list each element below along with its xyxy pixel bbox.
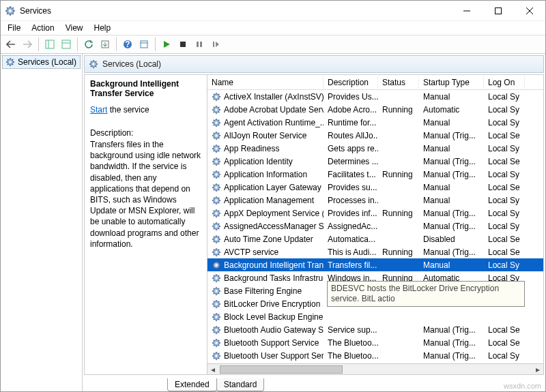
forward-button[interactable] — [20, 37, 35, 52]
horizontal-scrollbar[interactable]: ◂ ▸ — [207, 363, 543, 374]
back-button[interactable] — [3, 37, 18, 52]
service-status: Running — [378, 247, 419, 257]
service-row[interactable]: Bluetooth User Support Ser...The Bluetoo… — [207, 349, 543, 362]
column-description[interactable]: Description — [324, 76, 378, 89]
service-startup: Manual (Trig... — [419, 209, 484, 218]
service-row[interactable]: Agent Activation Runtime_...Runtime for.… — [207, 116, 543, 129]
gear-icon — [212, 131, 221, 140]
service-row[interactable]: App ReadinessGets apps re...ManualLocal … — [207, 142, 543, 155]
service-row[interactable]: Application Layer Gateway ...Provides su… — [207, 181, 543, 194]
service-description: The Bluetoo... — [324, 338, 378, 348]
column-status[interactable]: Status — [378, 76, 419, 89]
show-hide-tree-button[interactable] — [42, 37, 57, 52]
service-startup: Manual (Trig... — [419, 247, 484, 257]
toolbar-separator — [155, 37, 156, 51]
service-row[interactable]: Background Intelligent Tran...Transfers … — [207, 258, 543, 271]
service-row[interactable]: Application InformationFacilitates t...R… — [207, 168, 543, 181]
service-logon: Local Sy — [484, 144, 525, 153]
gear-icon — [212, 247, 221, 257]
service-status: Running — [378, 170, 419, 179]
service-description: This is Audi... — [324, 247, 378, 257]
service-name: Application Identity — [224, 157, 293, 166]
menu-file[interactable]: File — [3, 22, 25, 34]
tree-item-label: Services (Local) — [18, 57, 76, 67]
detail-pane: Background Intelligent Transfer Service … — [85, 75, 207, 374]
service-startup: Manual — [419, 260, 484, 270]
toolbar: ? — [1, 35, 545, 54]
service-logon: Local Sy — [484, 209, 525, 218]
column-logon[interactable]: Log On — [484, 76, 525, 89]
view-tabs: Extended Standard — [83, 376, 545, 391]
service-startup: Disabled — [419, 235, 484, 244]
gear-icon — [212, 338, 221, 348]
tab-extended[interactable]: Extended — [167, 378, 217, 391]
service-row[interactable]: Bluetooth Audio Gateway S...Service sup.… — [207, 323, 543, 336]
scroll-left-icon[interactable]: ◂ — [207, 365, 218, 374]
service-row[interactable]: AssignedAccessManager Se...AssignedAc...… — [207, 220, 543, 232]
service-logon: Local Sy — [484, 260, 525, 270]
service-name: Bluetooth Support Service — [224, 338, 319, 348]
close-button[interactable] — [514, 1, 545, 20]
app-icon — [5, 5, 16, 16]
column-name[interactable]: Name — [207, 76, 324, 89]
start-tail: the service — [107, 105, 149, 115]
gear-icon — [212, 196, 221, 205]
service-logon: Local Sy — [484, 196, 525, 205]
stop-service-button[interactable] — [175, 37, 190, 52]
menu-action[interactable]: Action — [27, 22, 58, 34]
service-row[interactable]: Block Level Backup Engine ... — [207, 310, 543, 323]
svg-rect-6 — [46, 40, 54, 48]
service-logon: Local Sy — [484, 170, 525, 179]
menu-help[interactable]: Help — [90, 22, 115, 34]
gear-icon — [5, 57, 15, 67]
tab-standard[interactable]: Standard — [216, 378, 265, 391]
svg-rect-8 — [62, 40, 70, 48]
service-row[interactable]: Application IdentityDetermines ...Manual… — [207, 155, 543, 168]
service-name: Background Tasks Infrastruc... — [224, 273, 324, 283]
scope-title: Services (Local) — [102, 59, 161, 69]
service-row[interactable]: ActiveX Installer (AxInstSV)Provides Us.… — [207, 90, 543, 103]
properties-button[interactable] — [136, 37, 152, 52]
gear-icon — [212, 325, 221, 335]
description-heading: Description: — [90, 128, 201, 138]
export-list-button[interactable] — [98, 37, 113, 52]
service-row[interactable]: AllJoyn Router ServiceRoutes AllJo...Man… — [207, 129, 543, 142]
service-row[interactable]: AVCTP serviceThis is Audi...RunningManua… — [207, 245, 543, 258]
help-button[interactable]: ? — [120, 37, 135, 52]
service-name: Auto Time Zone Updater — [224, 235, 313, 244]
gear-icon — [212, 273, 221, 283]
selected-service-name: Background Intelligent Transfer Service — [90, 79, 201, 98]
gear-icon — [89, 59, 98, 69]
service-row[interactable]: Bluetooth Support ServiceThe Bluetoo...M… — [207, 336, 543, 349]
menu-view[interactable]: View — [61, 22, 87, 34]
export-button[interactable] — [59, 37, 74, 52]
service-name: Application Management — [224, 196, 314, 205]
service-description: Gets apps re... — [324, 144, 378, 153]
service-row[interactable]: Auto Time Zone UpdaterAutomatica...Disab… — [207, 232, 543, 245]
service-startup: Manual — [419, 118, 484, 127]
column-startup[interactable]: Startup Type — [419, 76, 484, 89]
minimize-button[interactable] — [451, 1, 483, 20]
description-text: Transfers files in the background using … — [90, 139, 201, 250]
service-logon: Local Sy — [484, 92, 525, 102]
refresh-button[interactable] — [81, 37, 96, 52]
service-logon: Local Se — [484, 157, 525, 166]
watermark: wsxdn.com — [504, 382, 541, 390]
tree-item-services-local[interactable]: Services (Local) — [2, 55, 81, 69]
restart-service-button[interactable] — [208, 37, 223, 52]
gear-icon — [212, 144, 221, 153]
svg-rect-17 — [200, 42, 202, 47]
gear-icon — [212, 260, 221, 270]
tree-pane: Services (Local) — [1, 54, 83, 391]
service-row[interactable]: Application ManagementProcesses in...Man… — [207, 194, 543, 207]
service-row[interactable]: Adobe Acrobat Update Serv...Adobe Acro..… — [207, 103, 543, 116]
gear-icon — [212, 209, 221, 218]
service-description: Provides Us... — [324, 92, 378, 102]
start-service-button[interactable] — [159, 37, 174, 52]
maximize-button[interactable] — [483, 1, 514, 20]
service-row[interactable]: AppX Deployment Service (...Provides inf… — [207, 207, 543, 220]
start-service-link[interactable]: Start — [90, 105, 107, 115]
scroll-right-icon[interactable]: ▸ — [532, 365, 543, 374]
pause-service-button[interactable] — [192, 37, 207, 52]
scrollbar-thumb[interactable] — [220, 365, 343, 374]
